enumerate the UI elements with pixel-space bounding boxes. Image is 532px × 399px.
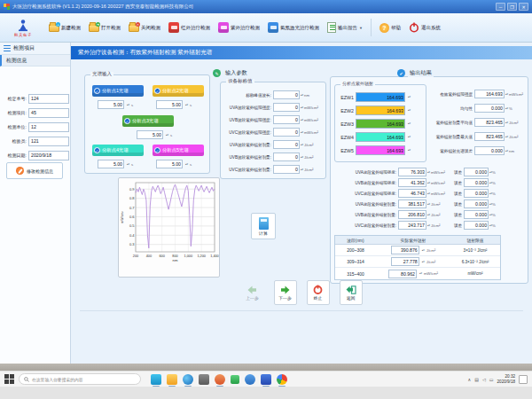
uva-irradiance-input[interactable]: 0 [273,103,300,112]
spinner-icon[interactable]: ▴▾ [166,134,168,137]
point-3-time-input[interactable]: 5.00 [137,130,163,139]
test-item-input[interactable]: 45 [28,108,69,118]
toolbar-close-test-button[interactable]: × 关闭检测 [129,24,160,32]
spinner-icon[interactable]: ▴▾ [127,163,129,166]
toolbar-new-test-button[interactable]: + 新建检测 [49,24,81,32]
toolbar-exit-button[interactable]: 退出系统 [409,22,441,33]
inspector-input[interactable]: 121 [28,137,69,146]
spectrum-error-value[interactable]: 0.000 [474,146,505,155]
spinner-icon[interactable]: ▴▾ [408,96,411,98]
analysis-point-1-button[interactable]: ✓ 分析点1光谱 [92,85,144,97]
ezw5-value[interactable]: 164.693 [356,145,405,155]
uvb-dose-result[interactable]: 206.810 [398,210,426,219]
nominal-wavelength-input[interactable]: 0 [273,90,300,99]
uvb-dose-input[interactable]: 0 [273,153,300,161]
uvc-irradiance-result[interactable]: 46.743 [398,189,426,198]
uvb-irradiance-input[interactable]: 0 [273,115,300,124]
taskbar-app-icon[interactable] [151,374,161,385]
analysis-point-2-button[interactable]: ✓ 分析点2光谱 [153,85,204,97]
uvb-irradiance-result[interactable]: 41.362 [398,178,426,187]
spinner-icon[interactable]: ▴▾ [408,149,411,152]
taskbar-search-input[interactable]: 在这里输入你要搜索的内容 [19,373,141,385]
taskbar-app-icon[interactable] [245,374,255,385]
spinner-icon[interactable]: ▴▾ [408,109,411,112]
ezw3-value[interactable]: 164.693 [356,119,405,129]
band2-actual-value[interactable]: 27.778 [391,257,419,266]
test-date-input[interactable]: 2020/9/18 [28,151,69,160]
sidebar-header[interactable]: 检测项目 [0,43,70,55]
menu-icon[interactable] [4,45,11,51]
sidebar-tab-test-info[interactable]: 检测信息 [0,55,70,66]
ezw4-value[interactable]: 164.693 [356,132,405,142]
toolbar-ultraviolet-test-button[interactable]: 紫外治疗检测 [218,22,260,33]
tray-battery-icon[interactable]: ▭ [489,377,494,382]
maximize-button[interactable]: ❐ [507,3,517,11]
test-unit-input[interactable]: 12 [28,122,69,132]
taskbar-app-icon[interactable] [183,374,193,385]
calculate-button[interactable]: 计算 [251,213,276,239]
uva-irradiance-error[interactable]: 0.000 [464,168,489,176]
uva-dose-result[interactable]: 381.517 [398,200,426,208]
toolbar-infrared-test-button[interactable]: 红外治疗检测 [168,22,210,33]
point-5-time-input[interactable]: 5.00 [156,160,183,168]
uva-dose-input[interactable]: 0 [273,140,300,149]
close-button[interactable]: ✕ [519,3,528,11]
abort-button[interactable]: 终止 [307,280,330,305]
toolbar-help-button[interactable]: ? 帮助 [379,23,401,33]
checkbox-icon[interactable]: ✓ [154,147,160,153]
taskbar-app-icon[interactable] [167,374,177,385]
uvc-irradiance-input[interactable]: 0 [273,128,300,137]
edit-test-info-button[interactable]: 修改检测信息 [6,162,63,179]
dose-max-value[interactable]: 823.465 [474,132,505,141]
uva-dose-error[interactable]: 0.000 [464,200,489,208]
toolbar-laser-test-button[interactable]: 氦氖激光治疗检测 [268,22,319,33]
spinner-icon[interactable]: ▴▾ [185,163,188,166]
previous-step-button[interactable]: 上一步 [241,280,264,305]
spinner-icon[interactable]: ▴▾ [422,261,425,263]
band3-actual-value[interactable]: 80.962 [388,270,417,278]
analysis-point-3-button[interactable]: ✓ 分析点3光谱 [122,115,174,127]
spinner-icon[interactable]: ▴▾ [127,104,129,106]
start-button[interactable] [4,374,14,384]
spinner-icon[interactable]: ▴▾ [408,136,411,138]
spinner-icon[interactable]: ▴▾ [422,249,425,252]
uvc-irradiance-error[interactable]: 0.000 [464,189,489,198]
dose-average-value[interactable]: 823.465 [474,118,505,127]
notification-center-icon[interactable] [519,375,528,384]
taskbar-app-icon[interactable] [199,374,209,385]
spinner-icon[interactable]: ▴▾ [408,122,411,125]
uvb-irradiance-error[interactable]: 0.000 [464,178,489,187]
taskbar-clock[interactable]: 20:32 2020/9/18 [497,374,515,384]
point-4-time-input[interactable]: 5.00 [98,160,124,168]
return-button[interactable]: 返回 [340,280,363,305]
uvb-dose-error[interactable]: 0.000 [464,210,489,219]
point-2-time-input[interactable]: 5.00 [156,100,183,109]
uva-irradiance-result[interactable]: 76.303 [398,168,426,176]
tray-volume-icon[interactable]: ◁ [482,377,486,382]
ezw2-value[interactable]: 164.693 [356,106,405,115]
spinner-icon[interactable]: ▴▾ [419,272,422,275]
uvc-dose-input[interactable]: 0 [273,165,300,174]
taskbar-app-icon[interactable] [261,374,271,385]
tray-expand-icon[interactable]: ∧ [468,377,472,382]
next-step-button[interactable]: 下一步 [274,280,297,305]
minimize-button[interactable]: ─ [496,3,505,11]
dropdown-arrow-icon[interactable]: ▼ [359,26,363,30]
taskbar-app-icon[interactable] [215,374,225,385]
active-test-tab[interactable]: 紫外治疗设备检测：有效紫外辐射检测 紫外辐射光谱 [71,46,532,59]
ezw1-value[interactable]: 164.693 [356,92,405,102]
point-1-time-input[interactable]: 5.00 [98,100,124,109]
uniformity-value[interactable]: 0.000 [474,104,505,113]
toolbar-open-test-button[interactable]: ➜ 打开检测 [89,24,121,32]
analysis-point-5-button[interactable]: ✓ 分析点5光谱 [153,145,204,156]
uvc-dose-result[interactable]: 243.717 [398,221,426,230]
toolbar-report-button[interactable]: 输出报告 ▼ [327,22,363,33]
order-number-input[interactable]: 124 [28,94,69,104]
tray-network-icon[interactable]: ▤ [474,377,479,382]
taskbar-app-icon[interactable] [277,374,287,385]
checkbox-icon[interactable]: ✓ [124,118,130,124]
checkbox-icon[interactable]: ✓ [94,88,100,94]
effective-irradiance-value[interactable]: 164.693 [474,90,505,98]
band1-actual-value[interactable]: 390.876 [391,246,419,254]
checkbox-icon[interactable]: ✓ [154,88,160,94]
